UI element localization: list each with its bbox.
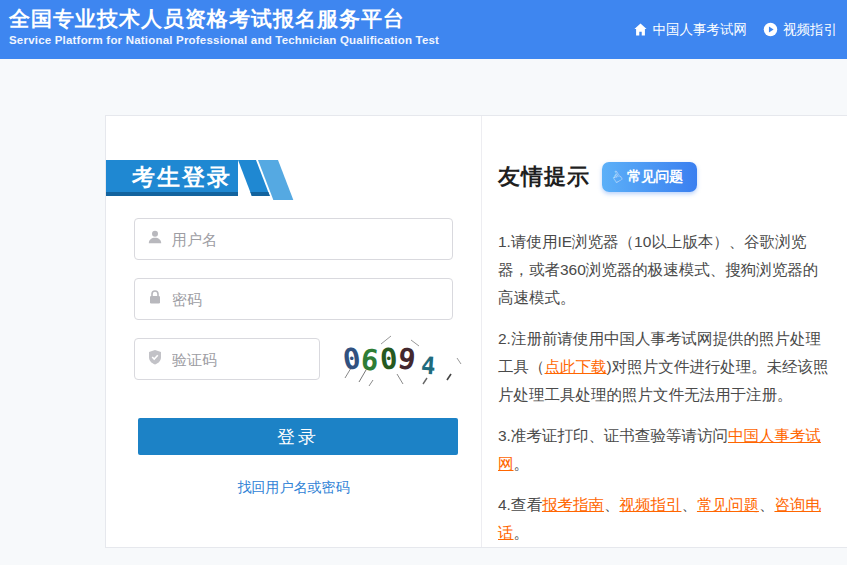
header-nav: 中国人事考试网 视频指引: [633, 0, 838, 59]
tip-text: 、: [604, 496, 620, 513]
nav-link-video-guide[interactable]: 视频指引: [763, 21, 837, 39]
lock-icon: [147, 289, 163, 309]
captcha-digit: 9: [396, 341, 418, 377]
page-subtitle: Service Platform for National Profession…: [9, 34, 439, 46]
tip-text: 4.查看: [498, 496, 542, 513]
password-input[interactable]: [172, 291, 452, 308]
tips-section: 友情提示 ☝ 常见问题 1.请使用IE浏览器（10以上版本）、谷歌浏览器，或者3…: [498, 116, 846, 547]
main-panel: 考生登录 06094: [105, 115, 847, 548]
app-header: 全国专业技术人员资格考试报名服务平台 Service Platform for …: [0, 0, 847, 59]
nav-link-label: 视频指引: [783, 21, 837, 39]
tip-text: 3.准考证打印、证书查验等请访问: [498, 427, 728, 444]
tip-item: 2.注册前请使用中国人事考试网提供的照片处理工具（点此下载)对照片文件进行处理。…: [498, 325, 832, 409]
tip-link[interactable]: 常见问题: [697, 496, 759, 513]
nav-link-cpta[interactable]: 中国人事考试网: [633, 21, 748, 39]
tip-text: 、: [681, 496, 697, 513]
tips-heading: 友情提示: [498, 162, 590, 192]
captcha-image[interactable]: 06094: [339, 334, 463, 386]
tip-text: 、: [759, 496, 775, 513]
username-field-wrap: [134, 218, 453, 260]
tip-text: 。: [514, 455, 530, 472]
faq-button-label: 常见问题: [627, 168, 683, 186]
faq-button[interactable]: ☝ 常见问题: [602, 162, 697, 192]
panel-divider: [481, 116, 482, 547]
username-input[interactable]: [172, 231, 452, 248]
tips-header: 友情提示 ☝ 常见问题: [498, 162, 697, 192]
home-icon: [633, 22, 648, 37]
pointing-hand-icon: ☝: [608, 167, 626, 187]
user-icon: [147, 229, 163, 249]
page-title: 全国专业技术人员资格考试报名服务平台: [9, 5, 405, 33]
login-section-title: 考生登录: [132, 162, 232, 193]
captcha-digit: 6: [360, 342, 381, 378]
forgot-username-password-link[interactable]: 找回用户名或密码: [238, 479, 350, 495]
captcha-input[interactable]: [172, 351, 319, 368]
shield-check-icon: [147, 349, 163, 369]
login-button[interactable]: 登录: [138, 418, 458, 455]
forgot-link-wrap: 找回用户名或密码: [106, 478, 481, 497]
nav-link-label: 中国人事考试网: [653, 21, 748, 39]
login-section-banner: 考生登录: [106, 160, 336, 200]
captcha-field-wrap: [134, 338, 320, 380]
tip-link[interactable]: 点此下载: [545, 358, 607, 375]
password-field-wrap: [134, 278, 453, 320]
tip-item: 3.准考证打印、证书查验等请访问中国人事考试网。: [498, 422, 832, 478]
tips-list: 1.请使用IE浏览器（10以上版本）、谷歌浏览器，或者360浏览器的极速模式、搜…: [498, 228, 832, 560]
captcha-digit: 4: [420, 352, 436, 381]
captcha-digits: 06094: [343, 342, 432, 376]
tip-link[interactable]: 视频指引: [619, 496, 681, 513]
tip-item: 1.请使用IE浏览器（10以上版本）、谷歌浏览器，或者360浏览器的极速模式、搜…: [498, 228, 832, 312]
tip-text: 。: [514, 524, 530, 541]
play-icon: [763, 22, 778, 37]
tip-item: 4.查看报考指南、视频指引、常见问题、咨询电话。: [498, 491, 832, 547]
tip-text: 1.请使用IE浏览器（10以上版本）、谷歌浏览器，或者360浏览器的极速模式、搜…: [498, 233, 818, 306]
tip-link[interactable]: 报考指南: [542, 496, 604, 513]
